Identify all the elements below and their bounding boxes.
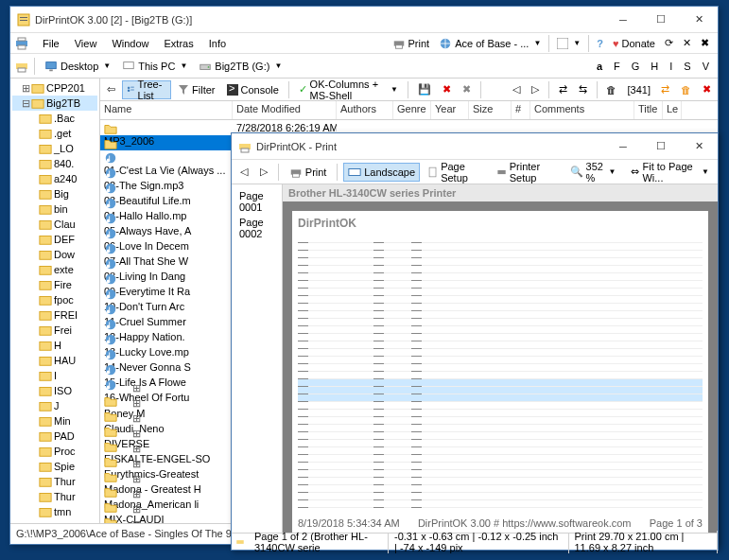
tree-item[interactable]: ⊟Big2TB [12, 96, 97, 111]
tree-item[interactable]: .Bac [12, 111, 97, 126]
tree-item[interactable]: PAD [12, 429, 97, 444]
column-header[interactable]: Year [431, 101, 469, 119]
font-f-button[interactable]: F [609, 57, 625, 76]
tree-item[interactable]: tmn [12, 504, 97, 519]
save-cols-button[interactable]: 💾 [413, 80, 436, 99]
font-v-button[interactable]: V [698, 57, 714, 76]
next-page-button[interactable]: ▷ [255, 163, 272, 182]
tree-item[interactable]: Big [12, 186, 97, 201]
tree-item[interactable]: _LO [12, 141, 97, 156]
font-g-button[interactable]: G [627, 57, 645, 76]
preview-area[interactable]: DirPrintOK —————————————————————————————… [283, 201, 718, 533]
breadcrumb-desktop[interactable]: Desktop▼ [40, 57, 115, 76]
col-swap2-button[interactable]: ⇆ [574, 80, 592, 99]
print-button[interactable]: Print [388, 34, 435, 53]
page-item[interactable]: Page 0001 [235, 188, 278, 215]
minimize-button[interactable]: ─ [604, 8, 642, 32]
tree-item[interactable]: H [12, 338, 97, 353]
combo-aceofbase[interactable]: Ace of Base - ... ▼ [434, 34, 546, 53]
menu-info[interactable]: Info [201, 36, 234, 51]
color-swatch-button[interactable]: ▼ [552, 34, 585, 53]
folder-tree[interactable]: ⊞CPP201⊟Big2TB.Bac.get_LO840.a240BigbinC… [10, 79, 100, 523]
nav-button[interactable]: ⇦ [102, 80, 120, 99]
printer-setup-button[interactable]: Printer Setup [492, 163, 563, 182]
help-button[interactable]: ? [592, 34, 608, 53]
menu-view[interactable]: View [67, 36, 105, 51]
print-close-button[interactable]: ✕ [680, 134, 718, 159]
col-left-button[interactable]: ◁ [508, 80, 525, 99]
tree-item[interactable]: 840. [12, 156, 97, 171]
tree-item[interactable]: bin [12, 201, 97, 217]
column-header[interactable]: Size [469, 101, 512, 119]
refresh-button[interactable]: ⟳ [660, 34, 678, 53]
column-header[interactable]: Date Modified [233, 101, 337, 119]
col-right-button[interactable]: ▷ [527, 80, 544, 99]
tree-item[interactable]: ⊞W10_20 [12, 519, 97, 523]
page-list[interactable]: Page 0001Page 0002 [232, 184, 283, 533]
font-h-button[interactable]: H [646, 57, 663, 76]
tree-item[interactable]: a240 [12, 171, 97, 186]
tree-item[interactable]: J [12, 398, 97, 413]
settings-button[interactable]: ✕ [678, 34, 696, 53]
column-header[interactable]: # [512, 101, 530, 119]
donate-button[interactable]: ♥ Donate [608, 34, 660, 53]
svg-rect-38 [40, 403, 51, 411]
tree-item[interactable]: HAU [12, 353, 97, 368]
landscape-button[interactable]: Landscape [343, 163, 420, 182]
breadcrumb-drive[interactable]: Big2TB (G:)▼ [194, 57, 286, 76]
tree-item[interactable]: ISO [12, 383, 97, 398]
column-headers[interactable]: NameDate ModifiedAuthorsGenreYearSize#Co… [100, 101, 718, 120]
column-header[interactable]: Le [663, 101, 682, 119]
delete-red-button[interactable]: ✖ [438, 80, 456, 99]
maximize-button[interactable]: ☐ [642, 8, 680, 32]
page-setup-button[interactable]: Page Setup [423, 163, 489, 182]
column-header[interactable]: Authors [337, 101, 393, 119]
tree-item[interactable]: Min [12, 413, 97, 429]
tree-item[interactable]: Fire [12, 277, 97, 292]
tree-item[interactable]: exte [12, 262, 97, 277]
tree-item[interactable]: ⊞CPP201 [12, 80, 97, 96]
tree-item[interactable]: DEF [12, 232, 97, 247]
print-minimize-button[interactable]: ─ [604, 134, 642, 159]
console-button[interactable]: >Console [222, 80, 284, 99]
tree-item[interactable]: Proc [12, 444, 97, 459]
filter-button[interactable]: Filter [173, 80, 219, 99]
treelist-button[interactable]: Tree-List [122, 80, 171, 99]
tree-item[interactable]: Spie [12, 459, 97, 474]
tree-item[interactable]: Clau [12, 217, 97, 232]
tree-item[interactable]: Thur [12, 474, 97, 489]
tree-item[interactable]: fpoc [12, 292, 97, 307]
font-s-button[interactable]: S [679, 57, 695, 76]
print-exec-button[interactable]: Print [285, 163, 332, 182]
menu-window[interactable]: Window [104, 36, 156, 51]
close-button[interactable]: ✕ [680, 8, 718, 32]
tree-item[interactable]: I [12, 368, 97, 383]
column-header[interactable]: Name [100, 101, 233, 119]
tree-item[interactable]: .get [12, 126, 97, 141]
fit-width-button[interactable]: ⇔Fit to Page Wi...▼ [626, 163, 714, 182]
delete-col-button[interactable]: 🗑 [601, 80, 621, 99]
del-orange-button[interactable]: 🗑 [676, 80, 696, 99]
zoom-combo[interactable]: 🔍352 %▼ [565, 163, 621, 182]
okcolumns-button[interactable]: ✓OK-Columns + MS-Shell▼ [294, 80, 403, 99]
x-red-button[interactable]: ✖ [698, 80, 716, 99]
swap-orange-button[interactable]: ⇄ [656, 80, 674, 99]
close-tab-button[interactable]: ✖ [696, 34, 714, 53]
x2-button[interactable]: ✖ [458, 80, 476, 99]
prev-page-button[interactable]: ◁ [235, 163, 252, 182]
tree-item[interactable]: FREI [12, 307, 97, 323]
menu-extras[interactable]: Extras [157, 36, 201, 51]
tree-item[interactable]: Thur [12, 489, 97, 504]
tree-item[interactable]: Frei [12, 323, 97, 338]
print-maximize-button[interactable]: ☐ [642, 134, 680, 159]
tree-item[interactable]: Dow [12, 247, 97, 262]
col-swap-button[interactable]: ⇄ [554, 80, 572, 99]
font-a-button[interactable]: a [592, 57, 607, 76]
page-item[interactable]: Page 0002 [235, 215, 278, 241]
menu-file[interactable]: File [35, 36, 67, 51]
column-header[interactable]: Comments [530, 101, 634, 119]
breadcrumb-thispc[interactable]: This PC▼ [117, 57, 192, 76]
font-i-button[interactable]: I [665, 57, 677, 76]
column-header[interactable]: Genre [393, 101, 431, 119]
column-header[interactable]: Title [634, 101, 663, 119]
